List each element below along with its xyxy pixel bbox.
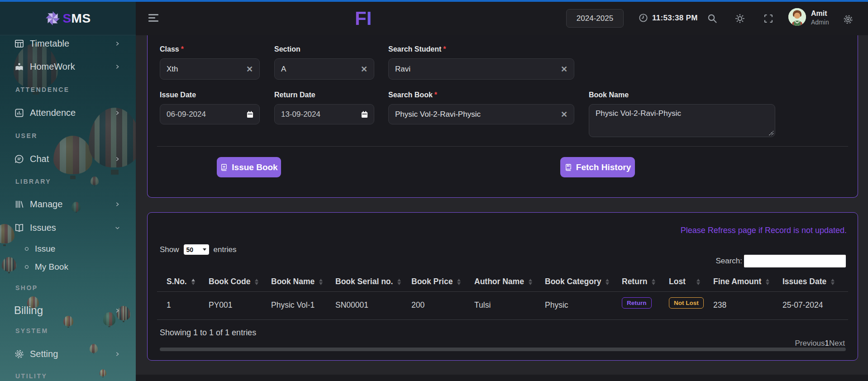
sidebar-item-manage[interactable]: Manage	[0, 194, 136, 214]
cell-sno: 1	[167, 300, 171, 310]
table-search: Search:	[715, 255, 846, 267]
chevron-right-icon	[114, 41, 120, 47]
not-lost-badge[interactable]: Not Lost	[669, 297, 704, 309]
sidebar-item-label: Timetable	[30, 38, 69, 49]
sidebar-item-setting[interactable]: Setting	[0, 344, 136, 364]
class-input[interactable]: Xth✕	[160, 58, 260, 80]
book-plus-icon	[220, 163, 228, 171]
search-icon[interactable]	[707, 13, 718, 24]
clear-icon[interactable]: ✕	[561, 64, 568, 74]
hamburger-menu-icon[interactable]	[148, 14, 158, 22]
top-header: FI 2024-2025 11:53:38 PM Amit Admin	[136, 2, 868, 35]
column-header-book-price[interactable]: Book Price	[411, 277, 461, 286]
clear-icon[interactable]: ✕	[561, 110, 568, 119]
pagination-next[interactable]: Next	[829, 339, 845, 348]
sidebar-item-homework[interactable]: HomeWork	[0, 57, 136, 76]
timetable-icon	[14, 38, 24, 49]
book-name-textarea[interactable]: Physic Vol-2-Ravi-Physic	[589, 104, 775, 137]
search-student-input[interactable]: Ravi✕	[388, 58, 574, 80]
sidebar-section-user: USER	[15, 131, 38, 140]
user-info[interactable]: Amit Admin	[811, 10, 829, 26]
column-header-book-category[interactable]: Book Category	[545, 277, 609, 286]
pagination-previous[interactable]: Previous	[795, 339, 825, 348]
column-header-issues-date[interactable]: Issues Date	[782, 277, 835, 286]
column-header-author-name[interactable]: Author Name	[474, 277, 532, 286]
sidebar-subitem-issue[interactable]: Issue	[0, 240, 136, 258]
sidebar-item-chat[interactable]: Chat	[0, 149, 136, 169]
return-badge[interactable]: Return	[622, 297, 652, 309]
cell-book-category: Physic	[545, 300, 568, 310]
refresh-notice: Please Refress page if Record is not upd…	[681, 226, 847, 235]
resize-grip-icon[interactable]	[769, 131, 773, 135]
section-input[interactable]: A✕	[274, 58, 374, 80]
app-logo[interactable]: SMS	[0, 2, 136, 35]
sidebar-nav: Timetable HomeWork ATTENDENCE Attendence…	[0, 0, 136, 381]
fullscreen-icon[interactable]	[763, 13, 774, 24]
column-header-return[interactable]: Return	[622, 277, 655, 286]
homework-icon	[14, 62, 24, 72]
bookshelf-icon	[14, 199, 24, 210]
sidebar-item-issues[interactable]: Issues	[0, 218, 136, 238]
column-header-fine-amount[interactable]: Fine Amount	[713, 277, 769, 286]
table-row-divider	[157, 319, 848, 320]
sidebar-item-label: HomeWork	[30, 62, 75, 72]
chevron-right-icon	[114, 64, 120, 70]
issue-date-input[interactable]: 06-09-2024	[160, 104, 260, 124]
sidebar-subitem-label: Issue	[35, 244, 55, 254]
table-search-input[interactable]	[744, 255, 846, 267]
clear-icon[interactable]: ✕	[246, 64, 253, 74]
column-header-book-name[interactable]: Book Name	[271, 277, 323, 286]
table-header-divider	[157, 291, 848, 292]
cell-book-code: PY001	[209, 300, 233, 310]
sort-icon	[319, 279, 323, 285]
sidebar-item-attendence[interactable]: Attendence	[0, 103, 136, 123]
search-student-label: Search Student*	[388, 45, 446, 53]
sort-icon	[457, 279, 461, 285]
sidebar-item-billing[interactable]: Billing	[0, 300, 136, 320]
logo-text-ms: MS	[72, 11, 91, 26]
sort-icon	[191, 279, 195, 285]
gear-icon	[14, 349, 24, 359]
issued-books-table-card: Please Refress page if Record is not upd…	[147, 212, 858, 361]
column-header-sno[interactable]: S.No.	[167, 277, 195, 286]
calendar-icon[interactable]	[247, 111, 253, 118]
page-size-select[interactable]: 50	[184, 244, 209, 255]
form-divider	[157, 146, 848, 147]
search-book-input[interactable]: Physic Vol-2-Ravi-Physic✕	[388, 104, 574, 124]
sidebar-subitem-my-book[interactable]: My Book	[0, 258, 136, 276]
sidebar-item-label: Billing	[14, 304, 43, 317]
column-header-book-code[interactable]: Book Code	[209, 277, 258, 286]
sort-icon	[606, 279, 609, 285]
sidebar-item-label: Attendence	[30, 108, 76, 118]
pagination-page-1[interactable]: 1	[825, 339, 829, 348]
entries-label: entries	[214, 245, 237, 254]
clear-icon[interactable]: ✕	[361, 64, 367, 74]
brightness-icon[interactable]	[734, 13, 745, 24]
main-content: Class* Xth✕ Section A✕ Search Student* R…	[136, 35, 868, 381]
chevron-right-icon	[114, 351, 120, 357]
sidebar-item-timetable[interactable]: Timetable	[0, 33, 136, 53]
top-progress-bar	[0, 0, 868, 2]
issue-date-label: Issue Date	[160, 91, 196, 99]
user-name: Amit	[811, 10, 829, 18]
cell-author-name: Tulsi	[474, 300, 491, 310]
issue-book-button[interactable]: Issue Book	[217, 157, 281, 177]
logo-text-s: S	[62, 11, 71, 26]
sidebar-item-label: Manage	[30, 199, 62, 210]
column-header-book-serial[interactable]: Book Serial no.	[335, 277, 401, 286]
cell-fine-amount: 238	[713, 300, 726, 310]
sort-icon	[696, 279, 700, 285]
fetch-history-button[interactable]: Fetch History	[560, 157, 635, 177]
session-year-select[interactable]: 2024-2025	[566, 9, 624, 28]
gear-icon[interactable]	[843, 14, 854, 25]
user-role: Admin	[811, 19, 829, 26]
issue-book-form-card: Class* Xth✕ Section A✕ Search Student* R…	[147, 35, 858, 198]
sidebar-section-attendence: ATTENDENCE	[15, 85, 70, 94]
column-header-lost[interactable]: Lost	[669, 277, 700, 286]
return-date-label: Return Date	[274, 91, 315, 99]
return-date-input[interactable]: 13-09-2024	[274, 104, 374, 124]
section-label: Section	[274, 45, 300, 53]
horizontal-scrollbar[interactable]	[160, 348, 846, 351]
user-avatar[interactable]	[788, 8, 806, 26]
calendar-icon[interactable]	[361, 111, 368, 118]
